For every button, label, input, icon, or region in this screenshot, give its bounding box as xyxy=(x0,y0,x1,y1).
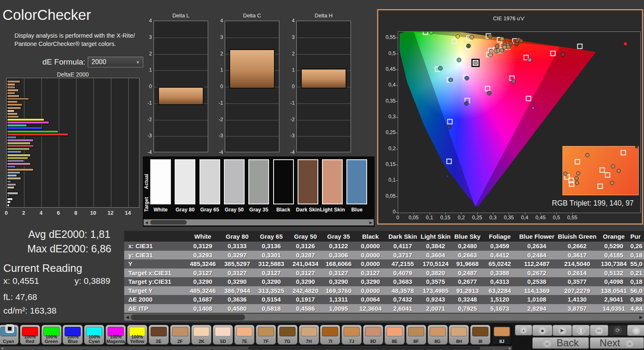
cie-measured-point xyxy=(531,106,535,110)
patch-button-7g[interactable]: 7G xyxy=(277,325,298,345)
patch-button-5d[interactable]: 5D xyxy=(213,325,233,345)
next-button[interactable]: Next » xyxy=(590,337,644,349)
patch-button-100-yellow[interactable]: 100% Yellow xyxy=(127,325,147,345)
rgb-triplet-readout: RGB Triplet: 199, 140, 97 xyxy=(552,199,634,208)
scroll-right-icon[interactable]: ▶ xyxy=(508,346,512,350)
patch-button-8h[interactable]: 8H xyxy=(449,325,469,345)
table-scrollbar[interactable]: ◀ ▶ xyxy=(124,314,644,321)
color-swatch xyxy=(273,159,294,204)
gridline xyxy=(59,78,59,207)
patch-button-7i[interactable]: 7I xyxy=(320,325,340,345)
stop-button[interactable]: ■ xyxy=(532,325,553,336)
cie-measured-point xyxy=(446,175,449,177)
cie-measured-point xyxy=(500,36,504,41)
measurement-table: WhiteGray 80Gray 65Gray 50Gray 35BlackDa… xyxy=(124,231,644,313)
patch-button-7e[interactable]: 7E xyxy=(234,325,255,345)
inset-measured-point xyxy=(575,181,579,185)
delta-chart-plot xyxy=(154,21,208,152)
patch-scrollbar-thumb[interactable] xyxy=(248,347,480,350)
patch-color-chip xyxy=(193,327,209,336)
swatch-scrollbar[interactable]: ◀ ▶ xyxy=(144,219,374,225)
back-button[interactable]: « Back xyxy=(532,337,589,349)
scroll-left-icon[interactable]: ◀ xyxy=(0,346,4,350)
patch-button-8j[interactable]: 8J xyxy=(492,325,512,345)
y-tick-label: -4 xyxy=(144,149,152,155)
y-tick-label: 2 xyxy=(286,51,295,57)
column-header: Light Skin xyxy=(419,233,452,240)
swatch-scrollbar-thumb[interactable] xyxy=(150,220,187,225)
table-cell: 0,2663 xyxy=(452,252,483,259)
column-header: Bluish Green xyxy=(557,233,597,240)
table-cell: 0,5818 xyxy=(254,305,288,312)
gridline xyxy=(297,136,351,137)
patch-button-7h[interactable]: 7H xyxy=(299,325,319,345)
patch-button-2f[interactable]: 2F xyxy=(170,325,190,345)
tick-mark xyxy=(396,117,398,117)
current-x-value: x: 0,4551 xyxy=(3,276,39,286)
table-cell: 12,3604 xyxy=(355,305,386,312)
patch-button-8e[interactable]: 8E xyxy=(384,325,405,345)
patch-scrollbar[interactable]: ◀ ▶ xyxy=(0,346,512,350)
patch-button-2k[interactable]: 2K xyxy=(191,325,211,345)
scroll-left-icon[interactable]: ◀ xyxy=(144,219,149,225)
table-cell: 0,3127 xyxy=(254,269,288,276)
refresh-button[interactable]: ⟳ xyxy=(608,325,627,336)
table-header-row: WhiteGray 80Gray 65Gray 50Gray 35BlackDa… xyxy=(124,231,644,242)
patch-button-100-blue[interactable]: 100% Blue xyxy=(62,325,83,345)
color-swatch xyxy=(175,159,195,204)
play-button[interactable]: ▶ xyxy=(553,325,572,336)
patch-button-7f[interactable]: 7F xyxy=(256,325,276,345)
inset-measured-point xyxy=(611,164,615,168)
pattern-window-button[interactable]: [··] xyxy=(572,325,590,336)
deltae-bar xyxy=(7,186,14,189)
next-button-label: Next xyxy=(600,337,620,349)
table-cell: 2,6041 xyxy=(386,305,419,312)
patch-button-100-magenta[interactable]: 100% Magenta xyxy=(106,325,126,345)
deltae-bar xyxy=(7,174,17,177)
patch-button-label: 7G xyxy=(278,339,297,344)
table-scrollbar-thumb[interactable] xyxy=(131,314,245,320)
patch-button-8g[interactable]: 8G xyxy=(428,325,448,345)
de-formula-select[interactable]: 2000 ▼ xyxy=(88,57,143,67)
cie-x-tick-label: 0,4 xyxy=(517,215,533,221)
table-cell: 0,5132 xyxy=(597,269,630,276)
scroll-right-icon[interactable]: ▶ xyxy=(368,219,374,225)
tick-mark xyxy=(461,213,461,214)
inset-measured-point xyxy=(610,181,614,185)
patch-button-100-green[interactable]: 100% Green xyxy=(41,325,62,345)
cie-y-tick-label: 0,5 xyxy=(379,50,396,56)
inset-target-point xyxy=(569,182,574,187)
deltae-bar xyxy=(7,157,28,160)
extra-button[interactable] xyxy=(627,325,644,336)
gridline xyxy=(297,38,351,38)
scroll-right-icon[interactable]: ▶ xyxy=(638,314,644,321)
inset-measured-point xyxy=(576,171,580,175)
patch-button-8i[interactable]: 8I xyxy=(470,325,490,345)
scroll-left-icon[interactable]: ◀ xyxy=(124,314,130,321)
patch-button-100-cyan[interactable]: 100% Cyan xyxy=(84,325,104,345)
patch-button-8f[interactable]: 8F xyxy=(406,325,426,345)
patch-button-100-red[interactable]: 100% Red xyxy=(20,325,40,345)
table-row: ΔE ITP0,14080,45800,58180,45861,009512,3… xyxy=(124,304,644,313)
patch-button-8d[interactable]: 8D xyxy=(363,325,383,345)
table-cell: 242,4820 xyxy=(288,287,322,294)
table-cell: 0,18 xyxy=(630,252,642,259)
cie-x-tick-label: 0,15 xyxy=(437,215,454,221)
scroll-up-button[interactable]: ▲ xyxy=(515,325,532,336)
table-cell: 0,2538 xyxy=(517,278,557,285)
color-swatch xyxy=(224,159,245,204)
cie-measured-point xyxy=(514,42,519,46)
patch-button-2e[interactable]: 2E xyxy=(149,325,169,345)
delta-chart-title: Delta H xyxy=(296,12,351,19)
deltae-bar xyxy=(7,80,20,83)
table-cell: 1,1311 xyxy=(322,296,355,303)
row-label: ΔE ITP xyxy=(124,305,185,312)
tick-mark xyxy=(541,213,541,214)
table-cell: 0,18 xyxy=(630,278,642,285)
deltae-bar xyxy=(7,103,22,106)
loop-button[interactable]: ∞ xyxy=(590,325,608,336)
de-formula-value: 2000 xyxy=(88,58,136,66)
deltae-bar xyxy=(7,130,58,133)
table-cell: 65,0242 xyxy=(483,260,517,267)
patch-button-7j[interactable]: 7J xyxy=(341,325,362,345)
